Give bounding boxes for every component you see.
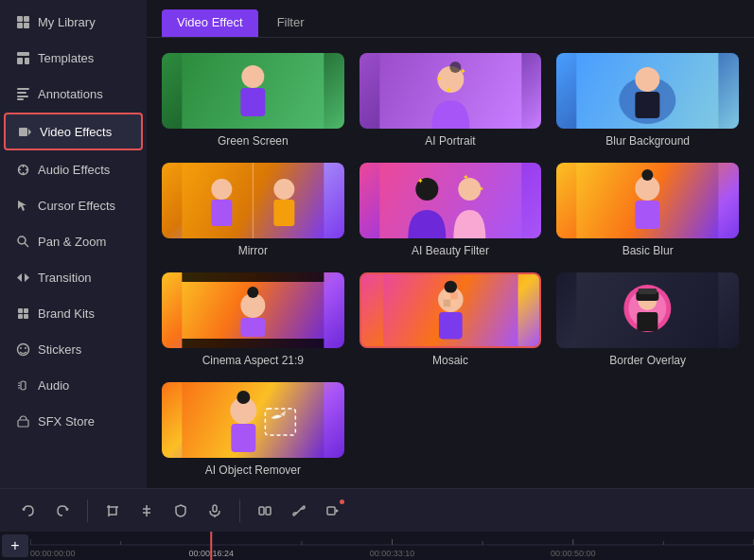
split-button[interactable]: [252, 498, 278, 524]
sidebar-label-transition: Transition: [38, 271, 92, 285]
svg-rect-33: [18, 420, 28, 427]
svg-rect-24: [24, 308, 28, 313]
stickers-icon: [15, 341, 30, 357]
redo-button[interactable]: [49, 498, 76, 524]
effect-card-blur-background[interactable]: Blur Background: [556, 53, 739, 148]
effect-thumb-ai-object: [162, 382, 344, 458]
sidebar-label-sfx-store: SFX Store: [38, 414, 95, 429]
effect-label-cinema-aspect: Cinema Aspect 21:9: [202, 354, 304, 367]
effect-card-ai-object-remover[interactable]: AI Object Remover: [162, 382, 344, 477]
svg-rect-25: [18, 314, 23, 319]
svg-rect-101: [259, 507, 264, 515]
timeline: + 00:00:00:00: [0, 532, 754, 560]
sidebar-item-transition[interactable]: Transition: [4, 260, 143, 294]
effect-card-border-overlay[interactable]: Border Overlay: [556, 272, 739, 367]
templates-icon: [15, 50, 30, 65]
svg-rect-104: [327, 507, 335, 515]
svg-marker-18: [18, 201, 26, 211]
undo-button[interactable]: [15, 498, 42, 524]
svg-rect-83: [639, 289, 658, 294]
timeline-ruler: 00:00:00:00 00:00:16:24 00:00:33:10 00:0…: [30, 532, 754, 560]
split-cut-button[interactable]: [133, 498, 160, 524]
sidebar-label-my-library: My Library: [38, 15, 96, 29]
annotations-icon: [15, 86, 30, 101]
effect-thumb-blur-bg: [556, 53, 739, 129]
sidebar-item-stickers[interactable]: Stickers: [4, 332, 143, 366]
effect-label-ai-beauty: AI Beauty Filter: [412, 244, 489, 257]
main-layout: My Library Templates Annota: [0, 0, 754, 488]
svg-rect-64: [182, 272, 324, 282]
effect-label-green-screen: Green Screen: [218, 134, 289, 148]
sidebar-item-sfx-store[interactable]: SFX Store: [4, 404, 143, 438]
sidebar-item-my-library[interactable]: My Library: [4, 5, 143, 39]
svg-line-20: [25, 243, 28, 247]
svg-marker-12: [28, 129, 31, 135]
timestamp-1: 00:00:16:24: [188, 549, 234, 558]
svg-rect-99: [213, 505, 217, 512]
effect-label-blur-background: Blur Background: [605, 134, 690, 148]
svg-rect-5: [17, 58, 23, 64]
svg-rect-10: [17, 98, 24, 100]
svg-rect-11: [19, 128, 27, 136]
svg-point-67: [247, 287, 258, 298]
effect-card-mosaic[interactable]: Mosaic: [359, 272, 542, 367]
sidebar-item-annotations[interactable]: Annotations: [4, 77, 143, 111]
link-button[interactable]: [286, 498, 312, 524]
brand-kits-icon: [15, 306, 30, 321]
cursor-effects-icon: [15, 198, 30, 213]
effect-card-mirror[interactable]: Mirror: [162, 163, 344, 257]
svg-rect-4: [17, 52, 29, 56]
svg-rect-23: [18, 308, 23, 313]
tab-filter[interactable]: Filter: [262, 9, 320, 37]
svg-rect-49: [211, 200, 232, 226]
effect-card-ai-beauty[interactable]: ✦ ✦ ✦ AI Beauty Filter: [359, 163, 542, 257]
sidebar-item-brand-kits[interactable]: Brand Kits: [4, 296, 143, 330]
my-library-icon: [15, 14, 30, 29]
effect-card-basic-blur[interactable]: Basic Blur: [556, 163, 739, 257]
sfx-store-icon: [15, 413, 30, 429]
effect-thumb-ai-portrait: ✦ ✦ ✦: [359, 53, 542, 129]
effect-label-border-overlay: Border Overlay: [609, 354, 686, 367]
mic-button[interactable]: [202, 498, 228, 524]
svg-rect-3: [24, 23, 29, 28]
effect-thumb-basic-blur: [556, 163, 739, 238]
svg-rect-53: [379, 163, 521, 238]
crop-button[interactable]: [99, 498, 126, 524]
svg-rect-81: [638, 312, 658, 331]
svg-rect-91: [109, 507, 116, 515]
effect-label-mirror: Mirror: [238, 244, 268, 257]
sidebar-item-audio-effects[interactable]: Audio Effects: [4, 152, 143, 186]
shield-button[interactable]: [167, 498, 194, 524]
tabs-bar: Video Effect Filter: [147, 0, 754, 38]
svg-marker-105: [336, 509, 339, 513]
sidebar-item-cursor-effects[interactable]: Cursor Effects: [4, 188, 143, 222]
svg-rect-68: [240, 318, 265, 337]
effect-card-cinema-aspect[interactable]: Cinema Aspect 21:9: [162, 272, 344, 367]
svg-rect-88: [265, 409, 295, 435]
svg-point-55: [458, 178, 481, 201]
svg-rect-36: [240, 88, 265, 116]
sidebar-item-video-effects[interactable]: Video Effects: [4, 113, 143, 150]
transition-icon: [15, 270, 30, 285]
timeline-add-button[interactable]: +: [2, 534, 28, 557]
svg-rect-52: [273, 200, 294, 226]
sidebar-item-templates[interactable]: Templates: [4, 41, 143, 75]
svg-point-48: [211, 179, 232, 200]
content-area: Video Effect Filter: [147, 0, 754, 488]
effect-card-ai-portrait[interactable]: ✦ ✦ ✦ AI Portrait: [359, 53, 542, 148]
tab-video-effect[interactable]: Video Effect: [162, 9, 258, 37]
effect-card-green-screen[interactable]: Green Screen: [162, 53, 344, 148]
sidebar-item-pan-zoom[interactable]: Pan & Zoom: [4, 224, 143, 258]
svg-marker-22: [25, 273, 29, 282]
divider-1: [87, 499, 88, 522]
svg-rect-62: [636, 201, 660, 229]
effect-thumb-ai-beauty: ✦ ✦ ✦: [359, 163, 542, 238]
sidebar-label-audio: Audio: [38, 378, 69, 393]
effect-label-ai-portrait: AI Portrait: [425, 134, 475, 148]
svg-point-29: [25, 347, 26, 349]
record-button[interactable]: [320, 498, 346, 524]
sidebar-item-audio[interactable]: Audio: [4, 368, 143, 402]
audio-effects-icon: [15, 162, 30, 177]
svg-point-19: [18, 236, 26, 244]
svg-rect-76: [439, 312, 463, 340]
